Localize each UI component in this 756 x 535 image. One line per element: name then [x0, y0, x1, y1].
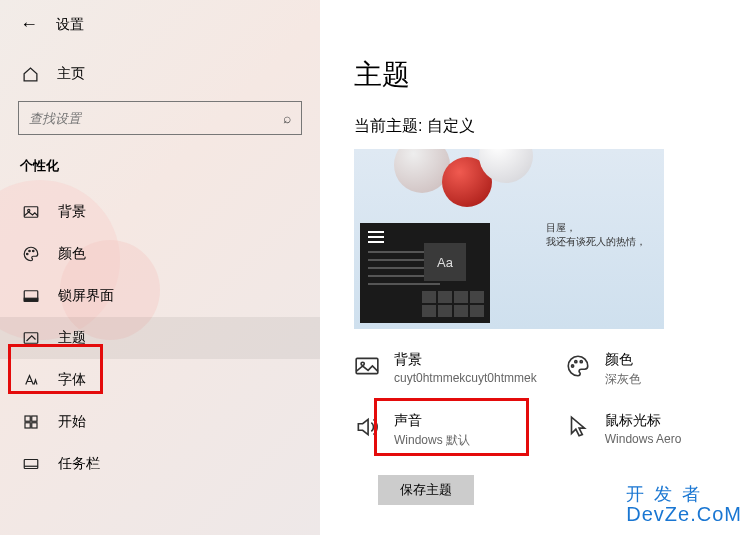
- sidebar-item-label: 颜色: [58, 245, 86, 263]
- home-icon: [22, 66, 39, 83]
- svg-rect-12: [24, 460, 38, 469]
- sidebar-item-background[interactable]: 背景: [0, 191, 320, 233]
- svg-rect-8: [25, 416, 30, 421]
- taskbar-icon: [22, 455, 40, 473]
- sidebar-item-label: 开始: [58, 413, 86, 431]
- back-arrow-icon[interactable]: ←: [20, 14, 38, 35]
- sidebar-item-label: 背景: [58, 203, 86, 221]
- image-icon: [22, 203, 40, 221]
- header: ← 设置: [0, 14, 320, 57]
- sidebar-item-taskbar[interactable]: 任务栏: [0, 443, 320, 485]
- search-icon[interactable]: ⌕: [283, 110, 291, 126]
- start-icon: [22, 413, 40, 431]
- svg-rect-0: [24, 207, 38, 218]
- svg-point-16: [571, 365, 573, 367]
- home-link[interactable]: 主页: [0, 57, 320, 101]
- theme-preview[interactable]: 目屋， 我还有谈死人的热情， Aa: [354, 149, 664, 329]
- image-icon: [354, 353, 380, 379]
- setting-value: Windows 默认: [394, 432, 470, 449]
- svg-rect-7: [24, 333, 38, 344]
- current-theme-label: 当前主题: 自定义: [354, 116, 726, 137]
- setting-value: 深灰色: [605, 371, 641, 388]
- palette-icon: [565, 353, 591, 379]
- setting-label: 背景: [394, 351, 537, 369]
- svg-rect-14: [356, 358, 378, 373]
- sidebar-item-label: 字体: [58, 371, 86, 389]
- setting-background[interactable]: 背景 cuyt0htmmekcuyt0htmmek: [354, 351, 537, 388]
- category-label: 个性化: [0, 157, 320, 191]
- svg-rect-11: [32, 423, 37, 428]
- setting-value: cuyt0htmmekcuyt0htmmek: [394, 371, 537, 385]
- svg-point-3: [29, 250, 31, 252]
- themes-icon: [22, 329, 40, 347]
- home-label: 主页: [57, 65, 85, 83]
- svg-rect-6: [24, 298, 38, 301]
- svg-point-4: [33, 250, 35, 252]
- sidebar-item-label: 锁屏界面: [58, 287, 114, 305]
- sidebar-item-themes[interactable]: 主题: [0, 317, 320, 359]
- search-box[interactable]: ⌕: [18, 101, 302, 135]
- svg-rect-10: [25, 423, 30, 428]
- sidebar-item-lockscreen[interactable]: 锁屏界面: [0, 275, 320, 317]
- svg-point-18: [580, 361, 582, 363]
- setting-label: 声音: [394, 412, 470, 430]
- cursor-icon: [565, 414, 591, 440]
- fonts-icon: [22, 371, 40, 389]
- main-content: 主题 当前主题: 自定义 目屋， 我还有谈死人的热情， Aa 背景 cuyt0h…: [320, 0, 756, 535]
- svg-point-2: [27, 253, 29, 255]
- sidebar-item-label: 任务栏: [58, 455, 100, 473]
- setting-label: 鼠标光标: [605, 412, 682, 430]
- hamburger-icon: [368, 231, 384, 243]
- search-input[interactable]: [29, 111, 283, 126]
- svg-rect-9: [32, 416, 37, 421]
- sidebar-item-fonts[interactable]: 字体: [0, 359, 320, 401]
- setting-value: Windows Aero: [605, 432, 682, 446]
- sidebar-item-start[interactable]: 开始: [0, 401, 320, 443]
- save-theme-button[interactable]: 保存主题: [378, 475, 474, 505]
- app-title: 设置: [56, 16, 84, 34]
- preview-text: 目屋， 我还有谈死人的热情，: [546, 221, 646, 249]
- page-title: 主题: [354, 56, 726, 94]
- sidebar: ← 设置 主页 ⌕ 个性化 背景 颜色 锁屏界面 主题 字体 开始 任务栏: [0, 0, 320, 535]
- setting-label: 颜色: [605, 351, 641, 369]
- theme-settings-grid: 背景 cuyt0htmmekcuyt0htmmek 颜色 深灰色 声音 Wind…: [354, 351, 726, 449]
- preview-start-menu: Aa: [360, 223, 490, 323]
- lockscreen-icon: [22, 287, 40, 305]
- svg-point-17: [574, 361, 576, 363]
- setting-color[interactable]: 颜色 深灰色: [565, 351, 726, 388]
- setting-cursor[interactable]: 鼠标光标 Windows Aero: [565, 412, 726, 449]
- preview-text-sample: Aa: [424, 243, 466, 281]
- sound-icon: [354, 414, 380, 440]
- sidebar-item-label: 主题: [58, 329, 86, 347]
- sidebar-item-color[interactable]: 颜色: [0, 233, 320, 275]
- setting-sound[interactable]: 声音 Windows 默认: [354, 412, 537, 449]
- palette-icon: [22, 245, 40, 263]
